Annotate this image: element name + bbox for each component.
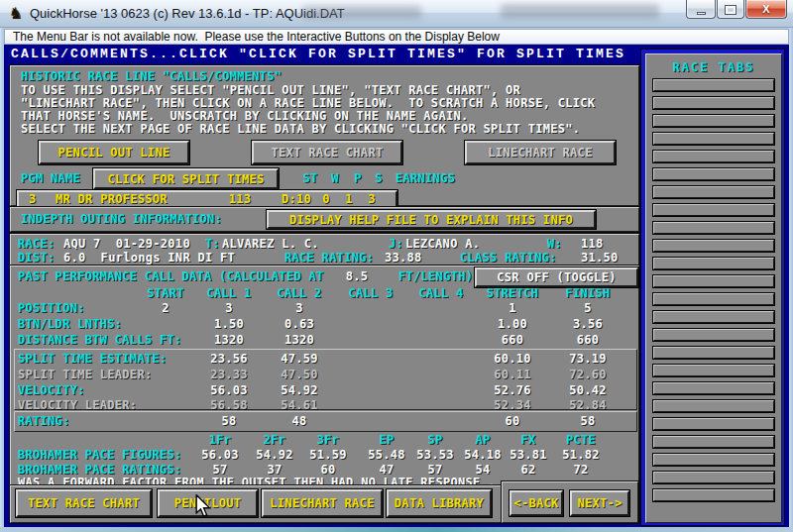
display-help-file-button[interactable]: DISPLAY HELP FILE TO EXPLAIN THIS INFO xyxy=(267,210,596,229)
cell: 0.63 xyxy=(284,318,314,331)
col-header: CALL 1 xyxy=(206,287,251,300)
cell: 660 xyxy=(577,334,600,347)
cell: 660 xyxy=(502,334,524,347)
row-label: SPLIT TIME ESTIMATE: xyxy=(18,353,168,366)
col-header-s: S xyxy=(375,172,383,185)
row-label: BTN/LDR LNTHS: xyxy=(18,318,122,331)
maximize-button[interactable] xyxy=(717,0,744,19)
race-tab[interactable] xyxy=(653,151,774,162)
horse-name: MR DR PROFESSOR xyxy=(56,193,168,206)
window-title: QuickHorse '13 0623 (c) Rev 13.6.1d - TP… xyxy=(30,6,345,21)
cell: 51.59 xyxy=(309,449,347,462)
call-data-title-suffix: FT/LENGTH) xyxy=(398,270,473,283)
race-tab[interactable] xyxy=(653,97,774,109)
ft-per-length-value: 8.5 xyxy=(346,270,369,283)
row-label: VELOCITY: xyxy=(18,384,85,397)
race-tab[interactable] xyxy=(653,436,774,448)
cell: 73.19 xyxy=(569,353,607,366)
data-library-button[interactable]: DATA LIBRARY xyxy=(387,489,492,517)
instruction-line: SELECT THE NEXT PAGE OF RACE LINE DATA B… xyxy=(21,123,580,136)
table-row-position: POSITION: 2 3 3 1 5 xyxy=(11,302,638,315)
cell: 58 xyxy=(221,415,236,428)
jockey-value: LEZCANO A. xyxy=(405,238,480,251)
col-header: 3Fr xyxy=(317,434,340,447)
instructions-panel: HISTORIC RACE LINE "CALLS/COMMENTS" TO U… xyxy=(10,65,639,206)
col-header: START xyxy=(147,287,184,300)
minimize-button[interactable] xyxy=(686,0,716,19)
col-header: CALL 2 xyxy=(277,287,321,300)
linechart-race-bottom-button[interactable]: LINECHART RACE xyxy=(262,489,383,517)
cell: 1 xyxy=(509,302,516,315)
cell: 1320 xyxy=(214,334,244,347)
click-for-split-times-button[interactable]: CLICK FOR SPLIT TIMES xyxy=(93,168,279,189)
class-rating-value: 31.50 xyxy=(581,252,619,265)
titlebar[interactable]: ♞ QuickHorse '13 0623 (c) Rev 13.6.1d - … xyxy=(0,0,793,28)
background-window-blur xyxy=(302,6,421,19)
race-tab[interactable] xyxy=(653,400,774,412)
cell: 48 xyxy=(291,415,306,428)
screen-header: CALLS/COMMENTS...CLICK "CLICK FOR SPLIT … xyxy=(11,47,625,61)
race-tab[interactable] xyxy=(653,186,774,198)
col-header-earnings: EARNINGS xyxy=(396,172,455,185)
race-tab[interactable] xyxy=(653,79,774,91)
cell: 1320 xyxy=(284,334,314,347)
text-race-chart-button[interactable]: TEXT RACE CHART xyxy=(252,141,402,164)
race-tab[interactable] xyxy=(653,293,774,305)
cell: 54.92 xyxy=(256,449,293,462)
close-button[interactable]: X xyxy=(745,0,787,19)
row-label: POSITION: xyxy=(18,302,85,315)
dist-value: 6.0 Furlongs INR DI FT xyxy=(63,252,235,265)
weight-label: W: xyxy=(547,238,562,251)
cell: 58 xyxy=(580,415,595,428)
race-tab[interactable] xyxy=(653,204,774,216)
race-tabs-outer: RACE TABS xyxy=(640,49,785,526)
back-next-subpanel: <-BACK NEXT-> xyxy=(502,481,638,523)
cell: 60.10 xyxy=(494,353,531,366)
race-tab[interactable] xyxy=(653,418,774,430)
back-button[interactable]: <-BACK xyxy=(510,490,563,516)
race-tab[interactable] xyxy=(653,347,774,359)
cell: 56.03 xyxy=(201,449,239,462)
table-row-distance: DISTANCE BTW CALLS FT: 1320 1320 660 660 xyxy=(11,334,638,347)
race-tab[interactable] xyxy=(653,133,774,145)
csr-toggle-button[interactable]: CSR OFF (TOGGLE) xyxy=(475,267,638,287)
col-header: EP xyxy=(379,434,394,447)
text-race-chart-bottom-button[interactable]: TEXT RACE CHART xyxy=(16,489,152,517)
window-frame-bottom xyxy=(0,527,793,532)
race-rating-label: RACE RATING: xyxy=(284,252,374,265)
col-header: CALL 4 xyxy=(418,287,463,300)
race-tab[interactable] xyxy=(653,329,774,341)
pencil-out-line-button[interactable]: PENCIL OUT LINE xyxy=(39,141,189,164)
race-tab[interactable] xyxy=(653,472,774,483)
trainer-value: ALVAREZ L. C. xyxy=(222,238,319,251)
menu-notice-text: The Menu Bar is not available now. Pleas… xyxy=(13,30,500,44)
next-button[interactable]: NEXT-> xyxy=(570,490,629,516)
race-tab[interactable] xyxy=(653,311,774,323)
window-frame-right xyxy=(789,28,793,532)
race-tabs-title: RACE TABS xyxy=(646,60,781,74)
race-label: RACE: xyxy=(18,238,56,251)
table-row-velocity: VELOCITY: 56.03 54.92 52.76 50.42 xyxy=(11,384,638,397)
cell: 51.82 xyxy=(562,449,600,462)
table-header-row: START CALL 1 CALL 2 CALL 3 CALL 4 STRETC… xyxy=(11,287,638,300)
linechart-race-button[interactable]: LINECHART RACE xyxy=(465,141,616,164)
race-rating-value: 33.88 xyxy=(385,252,422,265)
cell: 62 xyxy=(520,464,535,477)
race-tab[interactable] xyxy=(653,489,774,501)
race-tab[interactable] xyxy=(653,258,774,269)
race-tab[interactable] xyxy=(653,240,774,252)
pgm-name-label: PGM NAME xyxy=(21,172,80,185)
race-tab[interactable] xyxy=(653,365,774,376)
race-tab[interactable] xyxy=(653,382,774,394)
race-tab[interactable] xyxy=(653,275,774,287)
race-tab[interactable] xyxy=(653,168,774,180)
race-tab[interactable] xyxy=(653,115,774,127)
race-tab[interactable] xyxy=(653,454,774,466)
cell: 23.56 xyxy=(210,353,248,366)
race-tab[interactable] xyxy=(653,222,774,234)
indepth-panel: INDEPTH OUTING INFORMATION: DISPLAY HELP… xyxy=(10,207,639,232)
cell: 1.50 xyxy=(214,318,244,331)
brohamer-header-row: 1Fr 2Fr 3Fr EP SP AP FX PCTE xyxy=(11,434,638,447)
cell: 52.76 xyxy=(494,384,531,397)
cell: 23.33 xyxy=(210,369,248,381)
